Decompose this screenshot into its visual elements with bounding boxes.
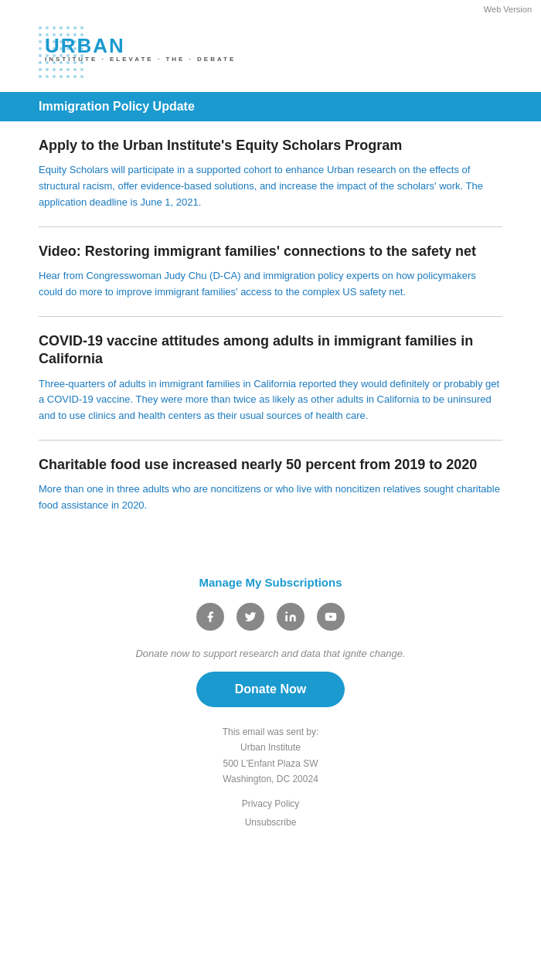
address-line1: This email was sent by: [39,724,502,740]
linkedin-icon[interactable] [277,603,305,631]
article-1: Apply to the Urban Institute's Equity Sc… [39,137,502,227]
article-2-body: Hear from Congresswoman Judy Chu (D-CA) … [39,268,502,301]
logo-urban: URBAN [45,36,236,56]
twitter-icon[interactable] [236,603,264,631]
footer-links: Privacy Policy Unsubscribe [39,795,502,832]
facebook-icon[interactable] [196,603,224,631]
privacy-policy-link[interactable]: Privacy Policy [39,795,502,813]
address-line2: Urban Institute [39,740,502,755]
svg-point-0 [285,611,288,614]
banner-title: Immigration Policy Update [39,100,195,113]
article-3: COVID-19 vaccine attitudes among adults … [39,332,502,441]
manage-subscriptions-link[interactable]: Manage My Subscriptions [39,576,502,589]
content-area: Apply to the Urban Institute's Equity Sc… [0,121,541,560]
article-4: Charitable food use increased nearly 50 … [39,456,502,529]
address-line3: 500 L'Enfant Plaza SW [39,756,502,771]
social-icons-row [39,603,502,631]
donate-description: Donate now to support research and data … [39,648,502,659]
article-1-body: Equity Scholars will participate in a su… [39,162,502,210]
logo-institute: INSTITUTE · ELEVATE · THE · DEBATE [45,56,236,63]
newsletter-banner: Immigration Policy Update [0,92,541,121]
web-version-link[interactable]: Web Version [484,5,532,14]
address-block: This email was sent by: Urban Institute … [39,724,502,788]
email-wrapper: Web Version URBAN [0,0,541,980]
footer: Manage My Subscriptions [0,560,541,848]
article-4-body: More than one in three adults who are no… [39,481,502,514]
address-line4: Washington, DC 20024 [39,771,502,787]
header: URBAN INSTITUTE · ELEVATE · THE · DEBATE [0,19,541,92]
article-2: Video: Restoring immigrant families' con… [39,243,502,317]
donate-now-button[interactable]: Donate Now [196,672,345,707]
article-3-body: Three-quarters of adults in immigrant fa… [39,376,502,424]
unsubscribe-link[interactable]: Unsubscribe [39,813,502,832]
logo-container: URBAN INSTITUTE · ELEVATE · THE · DEBATE [39,26,502,80]
youtube-icon[interactable] [317,603,345,631]
article-4-title[interactable]: Charitable food use increased nearly 50 … [39,456,502,474]
web-version-bar: Web Version [0,0,541,19]
article-2-title[interactable]: Video: Restoring immigrant families' con… [39,243,502,260]
article-1-title[interactable]: Apply to the Urban Institute's Equity Sc… [39,137,502,155]
article-3-title[interactable]: COVID-19 vaccine attitudes among adults … [39,332,502,369]
